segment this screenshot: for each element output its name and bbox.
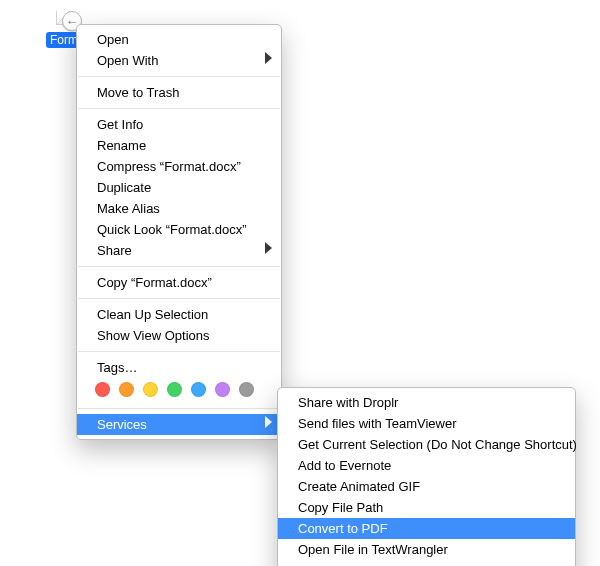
tag-color-6[interactable]: [239, 382, 254, 397]
menu-item-label: Share: [97, 243, 132, 258]
chevron-right-icon: [265, 52, 272, 64]
menu-item-clean-up-selection[interactable]: Clean Up Selection: [77, 304, 281, 325]
menu-item-quick-look[interactable]: Quick Look “Format.docx”: [77, 219, 281, 240]
tags-color-row: [77, 378, 281, 403]
menu-item-label: Get Current Selection (Do Not Change Sho…: [298, 437, 577, 452]
menu-item-label: Add to Evernote: [298, 458, 391, 473]
menu-item-share[interactable]: Share: [77, 240, 281, 261]
tag-color-1[interactable]: [119, 382, 134, 397]
menu-item-label: Compress “Format.docx”: [97, 159, 241, 174]
menu-item-label: Copy “Format.docx”: [97, 275, 212, 290]
menu-item-label: Clean Up Selection: [97, 307, 208, 322]
menu-item-label: Get Info: [97, 117, 143, 132]
menu-item-label: Services: [97, 417, 147, 432]
menu-separator: [78, 298, 280, 299]
tag-color-0[interactable]: [95, 382, 110, 397]
menu-item-compress[interactable]: Compress “Format.docx”: [77, 156, 281, 177]
menu-item-duplicate[interactable]: Duplicate: [77, 177, 281, 198]
menu-item-label: Rename: [97, 138, 146, 153]
menu-item-label: Make Alias: [97, 201, 160, 216]
menu-item-open-with[interactable]: Open With: [77, 50, 281, 71]
chevron-right-icon: [265, 416, 272, 428]
services-item-send-teamviewer[interactable]: Send files with TeamViewer: [278, 413, 575, 434]
chevron-right-icon: [265, 242, 272, 254]
menu-item-services[interactable]: Services: [77, 414, 281, 435]
menu-item-open[interactable]: Open: [77, 29, 281, 50]
desktop: ← Format OpenOpen WithMove to TrashGet I…: [0, 0, 600, 566]
services-item-copy-file-path[interactable]: Copy File Path: [278, 497, 575, 518]
services-item-share-droplr[interactable]: Share with Droplr: [278, 392, 575, 413]
services-item-reveal-in-finder[interactable]: Reveal in Finder: [278, 560, 575, 566]
menu-item-label: Quick Look “Format.docx”: [97, 222, 247, 237]
tag-color-2[interactable]: [143, 382, 158, 397]
tag-color-5[interactable]: [215, 382, 230, 397]
menu-item-rename[interactable]: Rename: [77, 135, 281, 156]
context-menu: OpenOpen WithMove to TrashGet InfoRename…: [76, 24, 282, 440]
tag-color-4[interactable]: [191, 382, 206, 397]
menu-item-copy[interactable]: Copy “Format.docx”: [77, 272, 281, 293]
menu-item-label: Duplicate: [97, 180, 151, 195]
menu-separator: [78, 108, 280, 109]
services-item-create-animated-gif[interactable]: Create Animated GIF: [278, 476, 575, 497]
menu-item-label: Open File in TextWrangler: [298, 542, 448, 557]
menu-separator: [78, 76, 280, 77]
services-item-get-current-selection[interactable]: Get Current Selection (Do Not Change Sho…: [278, 434, 575, 455]
menu-separator: [78, 351, 280, 352]
menu-item-label: Move to Trash: [97, 85, 179, 100]
menu-item-label: Copy File Path: [298, 500, 383, 515]
menu-item-make-alias[interactable]: Make Alias: [77, 198, 281, 219]
menu-item-label: Show View Options: [97, 328, 210, 343]
tag-color-3[interactable]: [167, 382, 182, 397]
menu-item-show-view-options[interactable]: Show View Options: [77, 325, 281, 346]
menu-separator: [78, 266, 280, 267]
menu-item-move-to-trash[interactable]: Move to Trash: [77, 82, 281, 103]
services-item-convert-to-pdf[interactable]: Convert to PDF: [278, 518, 575, 539]
menu-item-label: Send files with TeamViewer: [298, 416, 457, 431]
services-item-add-to-evernote[interactable]: Add to Evernote: [278, 455, 575, 476]
file-icon: ←: [68, 12, 70, 27]
menu-item-label: Tags…: [97, 360, 137, 375]
menu-item-label: Create Animated GIF: [298, 479, 420, 494]
menu-item-tags[interactable]: Tags…: [77, 357, 281, 378]
menu-item-get-info[interactable]: Get Info: [77, 114, 281, 135]
services-item-open-in-textwrangler[interactable]: Open File in TextWrangler: [278, 539, 575, 560]
menu-item-label: Convert to PDF: [298, 521, 388, 536]
menu-item-label: Open With: [97, 53, 158, 68]
menu-item-label: Share with Droplr: [298, 395, 398, 410]
menu-separator: [78, 408, 280, 409]
services-submenu: Share with DroplrSend files with TeamVie…: [277, 387, 576, 566]
menu-item-label: Open: [97, 32, 129, 47]
